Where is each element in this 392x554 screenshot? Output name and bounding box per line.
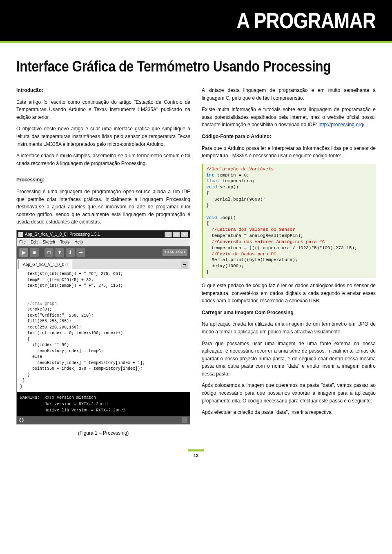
save-button[interactable]: ⬇	[66, 248, 75, 257]
heading-processing: Processing:	[16, 177, 45, 183]
line-number-indicator: 83	[19, 417, 24, 424]
status-bar: 83	[17, 416, 190, 424]
heading-introducao: Introdução:	[16, 87, 43, 93]
page-number-block: 13	[16, 449, 376, 458]
menu-bar: File Edit Sketch Tools Help	[17, 238, 190, 246]
close-button[interactable]: ✕	[181, 232, 188, 237]
menu-sketch[interactable]: Sketch	[42, 239, 55, 246]
page-number: 13	[16, 453, 376, 458]
window-title: App_Gr_fica_V_1_0_0 | Processing 1.5.1	[25, 231, 100, 238]
toolbar: ▶ ■ □ ⬆ ⬇ ➡ STANDARD	[17, 246, 190, 259]
right-p6: Para que possamos usar uma imagem de uma…	[202, 340, 376, 378]
processing-app-icon	[18, 232, 23, 237]
tab-menu-arrow[interactable]: ➡	[181, 261, 188, 269]
heading-codigo-arduino: Código-Fonte para o Arduino:	[202, 134, 271, 139]
window-buttons: _ □ ✕	[165, 232, 188, 237]
intro-paragraph-2: O objectivo deste novo artigo é criar um…	[16, 125, 190, 148]
processing-org-link[interactable]: http://processing.org/	[318, 122, 364, 127]
menu-help[interactable]: Help	[74, 239, 83, 246]
right-p8: Após efectuar a criação da pasta "data",…	[202, 409, 376, 416]
top-header: A PROGRAMAR	[0, 0, 392, 43]
mode-indicator[interactable]: STANDARD	[163, 249, 187, 256]
arduino-code-block: //Declaração de Variáveis int tempPin = …	[202, 164, 376, 278]
right-p2: Existe muita informação e tutoriais sobr…	[202, 106, 376, 129]
maximize-button[interactable]: □	[173, 232, 180, 237]
magazine-brand: A PROGRAMAR	[236, 8, 376, 33]
open-button[interactable]: ⬆	[55, 248, 64, 257]
left-column: Introdução: Este artigo foi escrito como…	[16, 87, 190, 437]
page-number-accent	[188, 449, 204, 451]
sketch-tab[interactable]: App_Gr_fica_V_1_0_0 §	[18, 260, 72, 269]
resize-corner[interactable]	[182, 417, 187, 423]
right-p4: O que este pedaço de código faz é ler os…	[202, 282, 376, 305]
run-button[interactable]: ▶	[19, 248, 28, 257]
right-p7: Após colocarmos a imagem que queremos na…	[202, 382, 376, 404]
stop-button[interactable]: ■	[30, 248, 39, 257]
processing-paragraph: Processing é uma linguagem de programaçã…	[16, 188, 190, 226]
processing-ide-screenshot: App_Gr_fica_V_1_0_0 | Processing 1.5.1 _…	[16, 230, 190, 425]
window-titlebar: App_Gr_fica_V_1_0_0 | Processing 1.5.1 _…	[17, 230, 190, 239]
new-button[interactable]: □	[45, 248, 53, 257]
intro-paragraph-1: Este artigo foi escrito como continuação…	[16, 98, 190, 121]
menu-tools[interactable]: Tools	[60, 239, 69, 246]
header-black-bar: A PROGRAMAR	[0, 0, 392, 41]
export-button[interactable]: ➡	[76, 248, 85, 257]
menu-edit[interactable]: Edit	[31, 239, 38, 246]
code-editor[interactable]: text(str(int(tempC)) + " ºC", 275, 95); …	[17, 269, 190, 392]
two-column-layout: Introdução: Este artigo foi escrito como…	[16, 87, 376, 437]
right-p1: A sintaxe desta linguagem de programação…	[202, 87, 376, 102]
heading-carregar-imagem: Carregar uma Imagem Com Processing	[202, 310, 294, 315]
minimize-button[interactable]: _	[165, 232, 172, 237]
console-output: WARNING: RXTX Version mismatch Jar versi…	[17, 392, 190, 416]
article-title: Interface Gráfica de Termómetro Usando P…	[16, 58, 332, 75]
figure-caption: (Figura 1 – Processing)	[16, 429, 190, 437]
right-p5: Na aplicação criada foi utilizada uma im…	[202, 320, 376, 335]
right-p3: Para que o Arduino possa ler e interpret…	[202, 145, 376, 160]
tab-bar: App_Gr_fica_V_1_0_0 § ➡	[17, 259, 190, 269]
right-column: A sintaxe desta linguagem de programação…	[202, 87, 376, 437]
intro-paragraph-3: A interface criada é muito simples, asse…	[16, 152, 190, 167]
menu-file[interactable]: File	[19, 239, 26, 246]
